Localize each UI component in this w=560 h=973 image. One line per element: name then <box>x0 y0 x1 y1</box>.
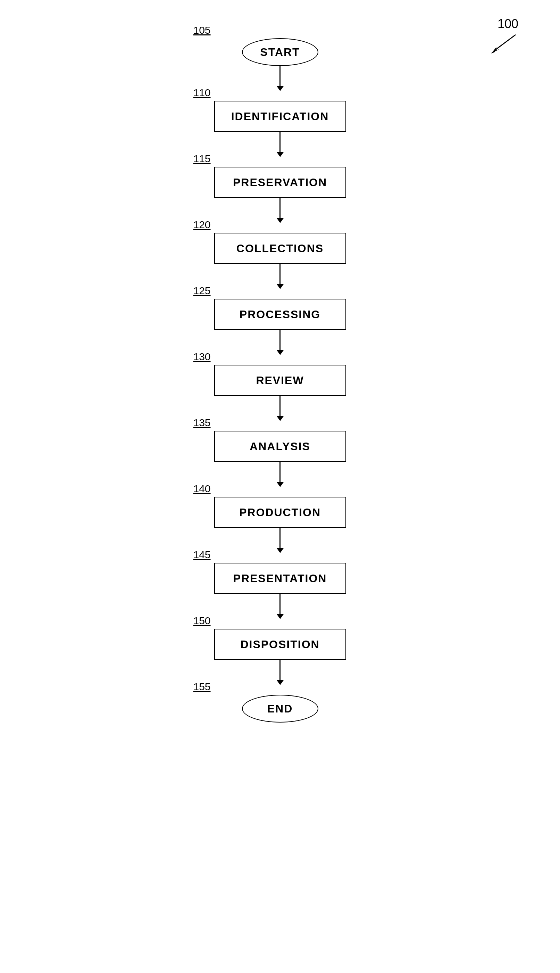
review-label: REVIEW <box>256 374 304 387</box>
preservation-ref: 115 <box>193 153 211 165</box>
figure-arrow <box>488 31 519 57</box>
production-ref: 140 <box>193 483 211 495</box>
disposition-node: DISPOSITION <box>214 629 346 660</box>
collections-label: COLLECTIONS <box>237 242 323 255</box>
analysis-step: 135 ANALYSIS <box>193 417 367 483</box>
disposition-label: DISPOSITION <box>240 638 319 651</box>
production-step: 140 PRODUCTION <box>193 483 367 549</box>
preservation-label: PRESERVATION <box>233 176 327 189</box>
analysis-label: ANALYSIS <box>250 440 310 453</box>
disposition-step: 150 DISPOSITION <box>193 615 367 681</box>
preservation-step: 115 PRESERVATION <box>193 153 367 219</box>
processing-ref: 125 <box>193 285 211 297</box>
identification-node: IDENTIFICATION <box>214 101 346 132</box>
diagram-container: 100 105 START 110 <box>0 0 560 973</box>
collections-ref: 120 <box>193 219 211 231</box>
review-node: REVIEW <box>214 365 346 396</box>
start-node: START <box>242 38 318 66</box>
disposition-ref: 150 <box>193 615 211 627</box>
start-step: 105 START <box>193 24 367 87</box>
identification-step: 110 IDENTIFICATION <box>193 87 367 153</box>
review-step: 130 REVIEW <box>193 351 367 417</box>
processing-step: 125 PROCESSING <box>193 285 367 351</box>
collections-step: 120 COLLECTIONS <box>193 219 367 285</box>
analysis-node: ANALYSIS <box>214 431 346 462</box>
end-ref: 155 <box>193 681 211 693</box>
processing-label: PROCESSING <box>240 308 320 321</box>
production-label: PRODUCTION <box>239 506 321 519</box>
identification-ref: 110 <box>193 87 211 98</box>
arrow-8 <box>280 594 280 615</box>
processing-node: PROCESSING <box>214 299 346 330</box>
start-ref: 105 <box>193 24 211 36</box>
arrow-5 <box>280 396 280 417</box>
presentation-ref: 145 <box>193 549 211 561</box>
arrow-6 <box>280 462 280 483</box>
start-label: START <box>260 46 300 59</box>
arrow-1 <box>280 132 280 153</box>
arrow-0 <box>280 66 280 87</box>
presentation-label: PRESENTATION <box>233 572 327 585</box>
review-ref: 130 <box>193 351 211 363</box>
end-label: END <box>267 703 293 715</box>
flowchart: 105 START 110 IDENTIFICATION <box>193 24 367 723</box>
presentation-step: 145 PRESENTATION <box>193 549 367 615</box>
collections-node: COLLECTIONS <box>214 233 346 264</box>
end-node: END <box>242 695 318 723</box>
arrow-9 <box>280 660 280 681</box>
analysis-ref: 135 <box>193 417 211 429</box>
arrow-2 <box>280 198 280 219</box>
presentation-node: PRESENTATION <box>214 563 346 594</box>
preservation-node: PRESERVATION <box>214 167 346 198</box>
end-step: 155 END <box>193 681 367 723</box>
svg-line-2 <box>494 35 515 51</box>
figure-label: 100 <box>498 17 518 31</box>
arrow-4 <box>280 330 280 351</box>
arrow-3 <box>280 264 280 285</box>
identification-label: IDENTIFICATION <box>231 110 329 123</box>
arrow-7 <box>280 528 280 549</box>
production-node: PRODUCTION <box>214 497 346 528</box>
